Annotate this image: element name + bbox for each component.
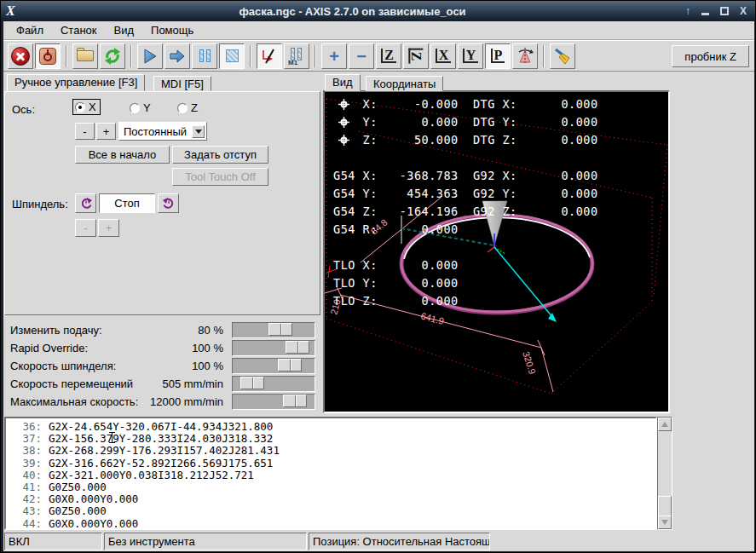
open-file-button[interactable] [72,43,98,69]
skip-lines-icon [261,48,278,65]
jog-minus-button[interactable]: - [75,123,95,140]
reload-file-button[interactable] [100,43,125,69]
view-perspective-button[interactable]: P [485,43,511,69]
rapid-override-slider[interactable] [232,340,315,356]
backplot-preview[interactable]: 641.9 320.9 84.8 210 [323,90,670,413]
gcode-line[interactable]: 38:G2X-268.299Y-176.293I157.402J281.431 [6,445,655,457]
tab-mdi[interactable]: MDI [F5] [153,76,211,91]
toolbar: M1 + − Z Z X Y P [3,40,754,72]
clear-plot-button[interactable] [550,43,575,69]
toolbar-separator [250,45,251,67]
jog-plus-label: + [103,125,110,138]
machine-power-button[interactable] [35,43,61,69]
menu-file[interactable]: Файл [9,22,51,38]
scroll-up-arrow[interactable] [658,418,672,431]
view-y-button[interactable]: Y [458,43,483,69]
gcode-line[interactable]: 44:G0X0.000Y0.000 [6,518,655,530]
axis-radio-y[interactable]: Y [130,101,151,114]
tab-dro[interactable]: Координаты [366,76,443,91]
run-program-button[interactable] [137,43,163,69]
close-icon[interactable]: X [740,6,747,16]
estop-button[interactable] [8,43,33,69]
dro-line-g54z: G54 Z: -164.196 G92 Z: 0.000 [333,203,598,221]
pause-button[interactable] [192,43,217,69]
feed-override-row: Изменить подачу: 80 % [3,322,319,339]
view-z-button[interactable]: Z [376,43,401,69]
skip-lines-button[interactable] [257,43,282,69]
home-all-label: Все в начало [89,148,157,161]
stop-icon [226,49,239,62]
view-z-icon: Z [381,49,396,63]
gcode-line[interactable]: 41:G0Z50.000 [6,481,655,493]
toolbar-separator [130,45,132,67]
rotate-view-button[interactable] [512,43,538,69]
axis-radio-z[interactable]: Z [177,101,198,114]
gcode-line-text: G2X-24.654Y-320.067I-44.934J321.800 [49,421,273,433]
stop-button[interactable] [219,43,245,69]
gcode-line[interactable]: 43:G0Z50.000 [6,505,655,517]
minimize-icon[interactable] [701,8,709,15]
slider-thumb[interactable] [268,323,292,336]
zoom-in-button[interactable]: + [321,43,347,69]
view-x-button[interactable]: X [430,43,456,69]
step-button[interactable] [164,43,190,69]
gcode-line[interactable]: 36:G2X-24.654Y-320.067I-44.934J321.800 [6,421,655,433]
menu-view[interactable]: Вид [107,22,142,38]
slider-thumb[interactable] [240,377,264,389]
gcode-listing[interactable]: 36:G2X-24.654Y-320.067I-44.934J321.800 3… [4,417,657,530]
gcode-scrollbar[interactable] [657,417,672,530]
jog-increment-select[interactable]: Постоянный [118,122,207,141]
maximize-icon[interactable] [720,7,729,15]
optional-pause-button[interactable]: M1 [284,43,309,69]
jog-plus-button[interactable]: + [96,123,116,140]
dro-line-y: Y: 0.000 DTG Y: 0.000 [333,113,598,131]
dimension-label-x: 641.9 [419,310,445,326]
spindle-cw-button[interactable] [158,193,179,213]
home-all-button[interactable]: Все в начало [75,146,170,164]
power-icon [39,48,56,65]
radio-x-indicator [75,102,85,112]
tab-preview[interactable]: Вид [325,74,361,91]
spindle-ccw-button[interactable] [75,193,96,213]
slider-thumb[interactable] [283,395,307,407]
menu-machine[interactable]: Станок [53,22,105,38]
spindle-stop-button[interactable]: Стоп [99,193,155,213]
spindle-plus-button[interactable]: + [98,219,119,237]
gcode-line[interactable]: 42:G0X0.000Y0.000 [6,493,655,505]
tool-touch-off-button[interactable]: Tool Touch Off [172,168,268,186]
gcode-line[interactable]: 40:G2X-321.000Y0.038I318.212J52.721 [6,469,655,481]
spindle-override-slider[interactable] [232,358,315,374]
probe-z-label: пробник Z [684,50,736,63]
radio-z-indicator [177,103,188,113]
probe-z-button[interactable]: пробник Z [672,45,749,67]
spindle-minus-button[interactable]: - [75,219,96,237]
radio-y-label: Y [143,101,151,114]
view-z-rotated-button[interactable]: Z [403,43,429,69]
gcode-line[interactable]: 39:G2X-316.662Y-52.892I266.569J175.651 [6,458,655,469]
max-velocity-slider[interactable] [232,394,315,410]
zoom-out-button[interactable]: − [349,43,374,69]
dro-line-g54x: G54 X: -368.783 G92 X: 0.000 [333,167,598,185]
slider-thumb[interactable] [286,341,309,354]
axis-radio-x[interactable]: X [73,100,100,114]
slider-thumb[interactable] [278,359,302,372]
scroll-down-arrow[interactable] [658,516,672,529]
dro-line-z: Z: 50.000 DTG Z: 0.000 [333,131,598,149]
gcode-line[interactable]: 37:G2X-156.379Y-280.333I24.030J318.332 [6,433,655,445]
gcode-line-number: 43: [6,505,42,517]
touch-off-button[interactable]: Задать отступ [172,146,268,164]
rapid-override-row: Rapid Override: 100 % [3,340,319,357]
menu-help[interactable]: Помощь [143,22,201,38]
dro-line-x: X: -0.000 DTG X: 0.000 [333,95,598,113]
feed-override-slider[interactable] [232,322,315,338]
jog-speed-slider[interactable] [232,376,315,392]
title-bar[interactable]: X фаска.ngc - AXIS 2.7.0 on зависимые_ос… [1,1,755,21]
jog-speed-value: 505 mm/min [162,377,223,390]
tab-manual-control[interactable]: Ручное управление [F3] [7,74,145,91]
keep-above-icon[interactable]: ↑ [685,6,690,16]
max-velocity-value: 12000 mm/min [150,395,223,408]
toolbar-separator [66,45,67,67]
feed-override-label: Изменить подачу: [10,324,102,337]
scrollbar-thumb[interactable] [658,496,672,516]
spindle-override-value: 100 % [192,360,223,372]
